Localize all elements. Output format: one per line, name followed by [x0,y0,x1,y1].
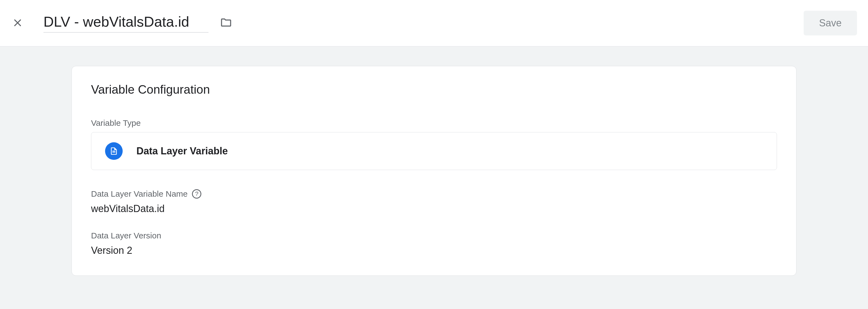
dlv-version-label: Data Layer Version [91,231,777,240]
close-button[interactable] [11,16,24,30]
close-icon [13,18,23,29]
title-wrap: DLV - webVitalsData.id [43,13,233,33]
save-button[interactable]: Save [804,11,857,35]
variable-type-value: Data Layer Variable [136,145,228,157]
editor-body: Variable Configuration Variable Type Dat… [0,47,868,309]
variable-type-selector[interactable]: Data Layer Variable [91,132,777,170]
variable-type-label: Variable Type [91,118,777,128]
dlv-name-value: webVitalsData.id [91,203,777,214]
folder-icon [220,16,232,30]
help-icon[interactable]: ? [192,189,201,199]
variable-config-card: Variable Configuration Variable Type Dat… [71,66,797,276]
folder-button[interactable] [219,16,233,30]
card-title: Variable Configuration [91,83,777,96]
data-layer-variable-icon [105,142,123,160]
dlv-version-value: Version 2 [91,245,777,256]
dlv-name-label: Data Layer Variable Name ? [91,189,777,199]
editor-header: DLV - webVitalsData.id Save [0,0,868,47]
variable-name-input[interactable]: DLV - webVitalsData.id [43,13,209,33]
